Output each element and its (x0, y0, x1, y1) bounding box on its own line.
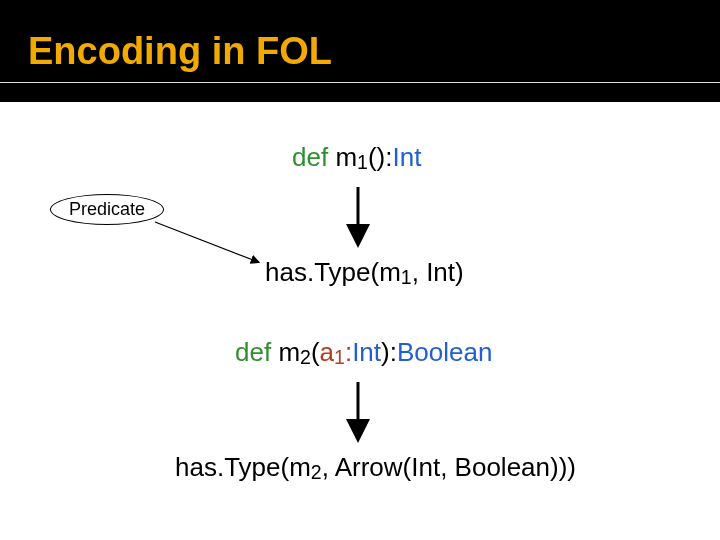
paren-open: ( (311, 337, 320, 367)
predicate-line-1: has.Type(m1, Int) (265, 257, 464, 288)
predicate-args: , Int) (412, 257, 464, 287)
param-subscript: 1 (334, 346, 345, 368)
predicate-fn: has.Type(m (265, 257, 401, 287)
subscript: 2 (300, 346, 311, 368)
keyword-def: def (235, 337, 278, 367)
param-name: a (320, 337, 334, 367)
code-line-1: def m1():Int (292, 142, 421, 173)
predicate-fn: has.Type(m (175, 452, 311, 482)
subscript: 1 (357, 151, 368, 173)
subscript: 1 (401, 266, 412, 288)
paren-close: ): (381, 337, 397, 367)
arrow-pointer-icon (155, 222, 258, 262)
predicate-line-2: has.Type(m2, Arrow(Int, Boolean))) (175, 452, 576, 483)
slide-title: Encoding in FOL (28, 30, 332, 73)
code-line-2: def m2(a1:Int):Boolean (235, 337, 492, 368)
method-name: m (335, 142, 357, 172)
title-divider (0, 82, 720, 83)
method-name: m (278, 337, 300, 367)
param-type: Int (352, 337, 381, 367)
parens: (): (368, 142, 393, 172)
keyword-def: def (292, 142, 335, 172)
return-type: Int (392, 142, 421, 172)
return-type: Boolean (397, 337, 492, 367)
subscript: 2 (311, 461, 322, 483)
predicate-label: Predicate (69, 199, 145, 219)
slide-content: def m1():Int Predicate has.Type(m1, Int)… (0, 102, 720, 540)
predicate-node: Predicate (50, 194, 164, 225)
predicate-args: , Arrow(Int, Boolean))) (322, 452, 576, 482)
title-bar: Encoding in FOL (0, 0, 720, 102)
